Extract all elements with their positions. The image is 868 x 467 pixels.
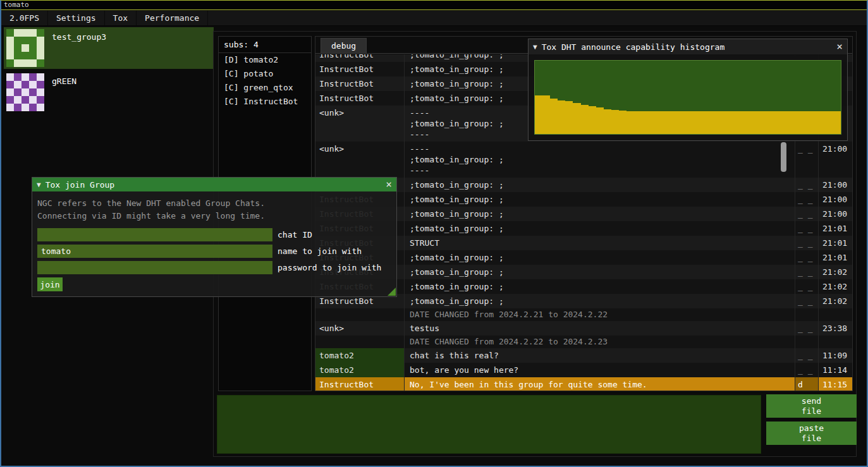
- histogram-bar: [611, 110, 619, 134]
- message-time: 21:00: [818, 178, 852, 192]
- message-text: ;tomato_in_group: ;: [404, 250, 795, 265]
- message-row: DATE CHANGED from 2024.2.21 to 2024.2.22: [315, 308, 852, 321]
- join-field-input-1[interactable]: [37, 245, 272, 258]
- message-sender: [315, 308, 404, 321]
- histogram-bar: [817, 111, 825, 134]
- join-field-row: chat ID: [37, 228, 391, 241]
- group-item-gREEN[interactable]: gREEN: [4, 71, 214, 113]
- tab-debug[interactable]: debug: [321, 38, 367, 53]
- message-text: No, I've been in this group for quite so…: [404, 377, 795, 391]
- collapse-icon[interactable]: ▼: [533, 43, 537, 51]
- histogram-bar: [703, 111, 711, 134]
- message-status: _ _: [795, 363, 818, 377]
- roster-member-InstructBot[interactable]: [C] InstructBot: [219, 95, 311, 109]
- message-time: 23:38: [818, 321, 852, 336]
- histogram-bar: [550, 99, 558, 134]
- histogram-body: [529, 54, 847, 140]
- histogram-bar: [573, 103, 580, 134]
- window-title: tomato: [1, 1, 867, 10]
- collapse-icon[interactable]: ▼: [37, 181, 41, 189]
- roster-member-potato[interactable]: [C] potato: [219, 67, 311, 81]
- group-name: gREEN: [52, 73, 76, 111]
- message-time: 21:02: [818, 265, 852, 279]
- message-time: 21:02: [818, 294, 852, 308]
- message-row: DATE CHANGED from 2024.2.22 to 2024.2.23: [315, 336, 852, 348]
- join-group-body: NGC refers to the New DHT enabled Group …: [32, 191, 396, 296]
- message-text: DATE CHANGED from 2024.2.22 to 2024.2.23: [404, 336, 795, 348]
- message-sender: InstructBot: [315, 54, 404, 62]
- message-status: _ _: [795, 250, 818, 265]
- join-field-row: password to join with: [37, 261, 391, 274]
- app-window: tomato 2.0FPS SettingsToxPerformance tes…: [0, 0, 868, 467]
- histogram-bar: [779, 111, 787, 134]
- histogram-bar: [535, 95, 542, 134]
- message-text: ;tomato_in_group: ;: [404, 294, 795, 308]
- histogram-bar: [680, 111, 688, 134]
- message-status: _ _: [795, 236, 818, 250]
- histogram-bar: [695, 111, 703, 134]
- message-status: _ _: [795, 207, 818, 221]
- message-time: 11:09: [818, 348, 852, 363]
- message-text: testus: [404, 321, 795, 336]
- message-time: 11:14: [818, 363, 852, 377]
- menu-item-settings[interactable]: Settings: [48, 11, 105, 25]
- histogram-bar: [772, 111, 779, 134]
- histogram-titlebar[interactable]: ▼ Tox DHT announce capability histogram …: [529, 39, 847, 54]
- histogram-bar: [565, 101, 573, 134]
- roster-member-tomato2[interactable]: [D] tomato2: [219, 53, 311, 67]
- send-file-button[interactable]: send file: [766, 394, 857, 418]
- chat-scrollbar-thumb[interactable]: [781, 142, 786, 172]
- message-row: InstructBotNo, I've been in this group f…: [315, 377, 852, 391]
- message-time: 21:01: [818, 236, 852, 250]
- histogram-title: Tox DHT announce capability histogram: [542, 42, 725, 52]
- roster-list: [D] tomato2[C] potato[C] green_qtox[C] I…: [219, 53, 311, 109]
- message-time: 21:00: [818, 142, 852, 178]
- histogram-plot: [534, 60, 841, 135]
- resize-grip-icon[interactable]: [388, 288, 396, 296]
- histogram-bar: [749, 111, 757, 134]
- join-field-row: name to join with: [37, 245, 391, 258]
- message-time: 21:00: [818, 207, 852, 221]
- message-time: 21:00: [818, 192, 852, 207]
- histogram-bar: [795, 111, 802, 134]
- group-item-test_group3[interactable]: test_group3: [4, 27, 214, 69]
- roster-member-green_qtox[interactable]: [C] green_qtox: [219, 81, 311, 95]
- histogram-bar: [634, 111, 642, 134]
- join-field-input-0[interactable]: [37, 228, 272, 241]
- menu-item-tox[interactable]: Tox: [105, 11, 137, 25]
- message-row: <unk>testus_ _23:38: [315, 321, 852, 336]
- message-sender: [315, 336, 404, 348]
- histogram-bar: [764, 111, 772, 134]
- message-text: ;tomato_in_group: ;: [404, 192, 795, 207]
- roster-header: subs: 4: [219, 37, 311, 53]
- histogram-bar: [810, 111, 817, 134]
- paste-file-button[interactable]: paste file: [766, 422, 857, 445]
- message-text: ---- ;tomato_in_group: ; ----: [404, 142, 795, 178]
- message-input[interactable]: [217, 395, 761, 454]
- menu-bar: 2.0FPS SettingsToxPerformance: [1, 11, 867, 26]
- message-sender: InstructBot: [315, 377, 404, 391]
- message-text: ;tomato_in_group: ;: [404, 279, 795, 294]
- histogram-bar: [787, 111, 795, 134]
- histogram-bar: [665, 111, 673, 134]
- join-button[interactable]: join: [37, 277, 63, 291]
- menu-item-performance[interactable]: Performance: [137, 11, 208, 25]
- histogram-bar: [581, 105, 589, 134]
- histogram-bar: [742, 111, 749, 134]
- message-time: 21:02: [818, 279, 852, 294]
- close-icon[interactable]: ×: [386, 179, 392, 190]
- join-field-input-2[interactable]: [37, 261, 272, 274]
- join-group-titlebar[interactable]: ▼ Tox join Group ×: [32, 178, 396, 191]
- group-avatar: [6, 73, 44, 111]
- group-list: test_group3gREEN: [4, 27, 214, 116]
- message-time: 21:01: [818, 250, 852, 265]
- message-sender: InstructBot: [315, 76, 404, 91]
- join-field-label: name to join with: [278, 246, 362, 256]
- message-sender: InstructBot: [315, 91, 404, 106]
- message-status: _ _: [795, 192, 818, 207]
- message-status: _ _: [795, 348, 818, 363]
- message-sender: InstructBot: [315, 62, 404, 76]
- message-status: _ _: [795, 279, 818, 294]
- histogram-bar: [649, 111, 657, 134]
- close-icon[interactable]: ×: [836, 42, 843, 52]
